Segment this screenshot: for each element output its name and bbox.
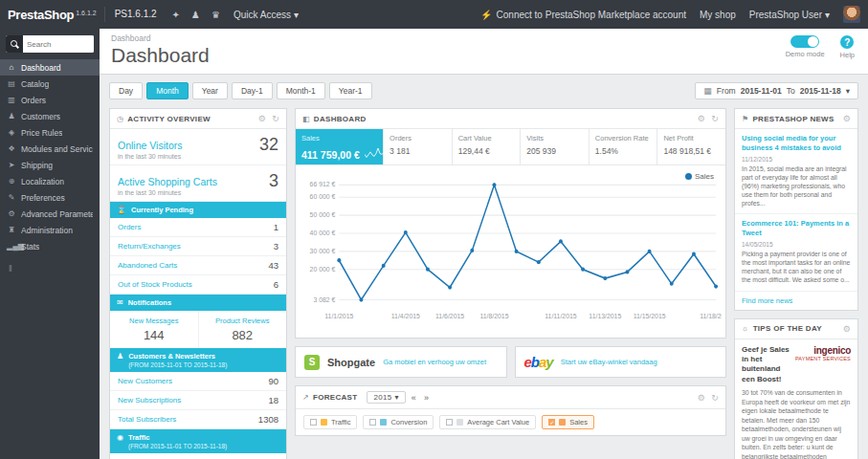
sidebar-item-stats[interactable]: ▂▄▆ Stats (0, 238, 100, 254)
previous-year-button[interactable]: « (410, 393, 418, 403)
quick-access-label: Quick Access (234, 10, 291, 20)
date-range-picker[interactable]: ▦ From 2015-11-01 To 2015-11-18 ▾ (695, 82, 858, 99)
news-article-title[interactable]: Ecommerce 101: Payments in a Tweet (742, 219, 851, 238)
panel-settings-icon[interactable]: ⚙ (698, 393, 705, 403)
pending-row-out-of-stock[interactable]: Out of Stock Products 6 (110, 275, 286, 295)
marketplace-connect-link[interactable]: ⚡ Connect to PrestaShop Marketplace acco… (480, 10, 686, 20)
sidebar-item-advanced-parameters[interactable]: ⚙ Advanced Parameters (0, 206, 100, 222)
help-button[interactable]: ? Help (840, 35, 855, 59)
kpi-value: 129,44 € (458, 146, 515, 156)
ebay-logo: ebay (524, 354, 553, 370)
range-button-day-1[interactable]: Day-1 (232, 82, 273, 99)
panel-settings-icon[interactable]: ⚙ (258, 114, 266, 123)
sales-chart[interactable]: 66 912 €60 000 €50 000 €40 000 €30 000 €… (298, 171, 722, 336)
sidebar-item-orders[interactable]: ▥ Orders (0, 92, 100, 108)
trophy-icon[interactable]: ♛ (206, 10, 226, 20)
forecast-legend-average-cart-value[interactable]: Average Cart Value (439, 415, 536, 429)
sidebar-item-catalog[interactable]: ▤ Catalog (0, 76, 100, 92)
bulb-icon: ☼ (742, 324, 749, 333)
avatar[interactable] (843, 6, 860, 23)
product-reviews-cell[interactable]: Product Reviews 882 (198, 311, 287, 348)
panel-settings-icon[interactable]: ⚙ (843, 324, 851, 334)
customers-row-new-customers[interactable]: New Customers 90 (110, 372, 286, 391)
panel-refresh-icon[interactable]: ↻ (711, 393, 719, 403)
pending-row-abandoned-carts[interactable]: Abandoned Carts 43 (110, 256, 286, 275)
checkbox-checked-icon[interactable]: ✓ (548, 419, 555, 426)
search-button[interactable] (6, 35, 23, 53)
kpi-visits[interactable]: Visits 205 939 (521, 129, 590, 164)
prestashop-logo[interactable]: PrestaShop 1.6.1.2 (0, 8, 104, 22)
sidebar-item-preferences[interactable]: ✎ Preferences (0, 189, 100, 206)
activity-panel-title: ACTIVITY OVERVIEW (127, 115, 211, 123)
sidebar-item-customers[interactable]: ♟ Customers (0, 108, 100, 124)
ebay-promo[interactable]: ebay Start uw eBay-winkel vandaag (515, 346, 727, 378)
pending-row-orders[interactable]: Orders 1 (110, 218, 286, 237)
forecast-legend-conversion[interactable]: Conversion (363, 415, 434, 429)
sidebar-item-modules[interactable]: ❖ Modules and Services (0, 141, 100, 157)
news-article-title[interactable]: Using social media for your business 4 m… (742, 134, 851, 153)
kpi-sales[interactable]: Sales 411 759,00 € (296, 129, 384, 164)
online-visitors-label[interactable]: Online Visitors (118, 140, 183, 151)
forecast-legend-sales[interactable]: ✓ Sales (542, 415, 594, 429)
sidebar-search[interactable] (6, 35, 94, 53)
find-more-news-link[interactable]: Find more news (735, 292, 857, 310)
legend-swatch (559, 419, 566, 426)
panel-refresh-icon[interactable]: ↻ (711, 114, 719, 123)
sidebar-item-price-rules[interactable]: ◈ Price Rules (0, 124, 100, 141)
kpi-net-profit[interactable]: Net Profit 148 918,51 € (657, 129, 725, 164)
panel-settings-icon[interactable]: ⚙ (843, 114, 851, 123)
checkbox-icon[interactable] (446, 419, 453, 426)
notifications-cells: New Messages 144 Product Reviews 882 (110, 311, 286, 348)
dashboard-panel: ◧ DASHBOARD ⚙ ↻ Sales 411 759,00 € (295, 108, 726, 339)
svg-text:11/11/2015: 11/11/2015 (545, 313, 576, 320)
toggle-switch[interactable] (790, 35, 819, 48)
ebay-link[interactable]: Start uw eBay-winkel vandaag (561, 358, 657, 366)
forecast-year-select[interactable]: 2015 ▾ (367, 391, 405, 404)
customers-row-new-subscriptions[interactable]: New Subscriptions 18 (110, 391, 286, 410)
panel-settings-icon[interactable]: ⚙ (698, 114, 705, 123)
pending-row-returns[interactable]: Return/Exchanges 3 (110, 237, 286, 256)
cart-icon[interactable]: ✦ (167, 10, 186, 20)
online-visitors-subtitle: in the last 30 minutes (118, 153, 278, 160)
quick-access-menu[interactable]: Quick Access ▾ (226, 10, 306, 20)
sidebar-item-administration[interactable]: ♜ Administration (0, 222, 100, 238)
checkbox-icon[interactable] (310, 419, 317, 426)
range-button-year[interactable]: Year (192, 82, 228, 99)
active-carts-metric[interactable]: Active Shopping Carts 3 in the last 30 m… (110, 165, 286, 202)
new-messages-cell[interactable]: New Messages 144 (110, 311, 198, 348)
panel-refresh-icon[interactable]: ↻ (272, 114, 279, 123)
range-button-month-1[interactable]: Month-1 (277, 82, 325, 99)
sidebar-collapse-button[interactable]: ‖ (0, 264, 100, 273)
customers-row-total-subscribers[interactable]: Total Subscribers 1308 (110, 410, 286, 429)
checkbox-icon[interactable] (369, 419, 376, 426)
from-label: From (717, 86, 736, 96)
demo-mode-toggle[interactable]: Demo mode (786, 35, 825, 59)
sidebar-item-shipping[interactable]: ➤ Shipping (0, 157, 100, 173)
customer-icon[interactable]: ♟ (186, 10, 206, 20)
pending-section-header: ⌛ Currently Pending (110, 202, 286, 218)
kpi-label: Sales (301, 134, 377, 142)
legend-swatch (456, 419, 463, 426)
online-visitors-metric[interactable]: Online Visitors 32 in the last 30 minute… (110, 129, 286, 165)
chart-legend[interactable]: Sales (685, 172, 714, 181)
sidebar-item-localization[interactable]: ⊕ Localization (0, 173, 100, 189)
range-button-day[interactable]: Day (109, 82, 143, 99)
next-year-button[interactable]: » (422, 393, 431, 403)
forecast-legend-traffic[interactable]: Traffic (303, 415, 357, 429)
calendar-icon: ▦ (703, 86, 712, 96)
user-menu[interactable]: PrestaShop User ▾ (749, 10, 830, 20)
kpi-orders[interactable]: Orders 3 181 (384, 129, 453, 164)
shopgate-link[interactable]: Ga mobiel en verhoog uw omzet (383, 358, 486, 366)
shopgate-promo[interactable]: S Shopgate Ga mobiel en verhoog uw omzet (295, 346, 507, 378)
google-analytics-link[interactable]: ∞ Link to your Google Analytics account (110, 453, 286, 459)
sidebar: ⌂ Dashboard ▤ Catalog ▥ Orders ♟ Custome… (0, 29, 100, 459)
my-shop-link[interactable]: My shop (700, 10, 736, 20)
range-button-year-1[interactable]: Year-1 (329, 82, 372, 99)
kpi-conversion-rate[interactable]: Conversion Rate 1.54% (590, 129, 658, 164)
active-carts-label[interactable]: Active Shopping Carts (118, 176, 217, 187)
range-button-month[interactable]: Month (146, 82, 189, 99)
svg-text:11/8/2015: 11/8/2015 (479, 313, 508, 320)
sidebar-item-dashboard[interactable]: ⌂ Dashboard (0, 59, 100, 76)
kpi-cart-value[interactable]: Cart Value 129,44 € (453, 129, 522, 164)
search-input[interactable] (23, 35, 94, 53)
